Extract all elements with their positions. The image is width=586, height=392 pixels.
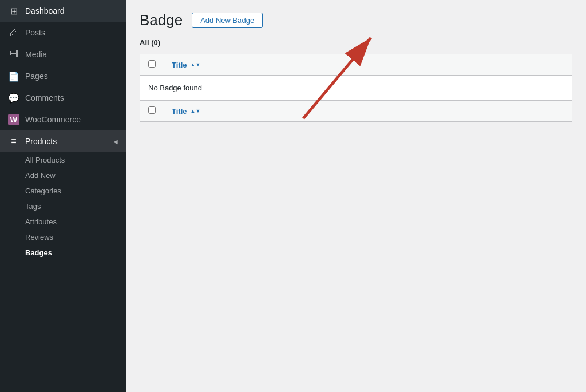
posts-icon: 🖊: [8, 27, 19, 38]
sidebar-item-comments[interactable]: 💬 Comments: [0, 87, 126, 109]
sort-arrows-footer-icon: ▲▼: [191, 109, 201, 114]
sidebar-item-label: Media: [25, 50, 47, 59]
submenu-item-badges[interactable]: Badges: [0, 245, 126, 260]
submenu-item-add-new[interactable]: Add New: [0, 168, 126, 183]
submenu-item-reviews[interactable]: Reviews: [0, 229, 126, 245]
filter-all-label: All: [140, 38, 149, 47]
title-sort-button[interactable]: Title ▲▼: [172, 61, 564, 69]
sidebar-item-products[interactable]: ≡ Products ◀: [0, 130, 126, 152]
page-title: Badge: [140, 11, 183, 29]
woocommerce-icon: W: [8, 114, 19, 125]
filter-bar: All (0): [140, 38, 572, 47]
submenu-item-categories[interactable]: Categories: [0, 183, 126, 199]
sidebar: ⊞ Dashboard 🖊 Posts 🎞 Media 📄 Pages 💬 Co…: [0, 0, 126, 392]
select-all-checkbox[interactable]: [148, 60, 156, 68]
page-header: Badge Add New Badge: [140, 11, 572, 29]
sidebar-item-posts[interactable]: 🖊 Posts: [0, 22, 126, 43]
no-items-text: No Badge found: [140, 76, 572, 101]
submenu-item-attributes[interactable]: Attributes: [0, 214, 126, 229]
sidebar-item-label: Pages: [25, 72, 48, 81]
submenu-item-tags[interactable]: Tags: [0, 199, 126, 214]
title-column-header[interactable]: Title ▲▼: [164, 54, 572, 76]
sidebar-item-label: WooCommerce: [25, 115, 81, 124]
pages-icon: 📄: [8, 70, 19, 82]
no-items-row: No Badge found: [140, 76, 572, 101]
filter-all-link[interactable]: All (0): [140, 38, 160, 47]
sidebar-item-woocommerce[interactable]: W WooCommerce: [0, 109, 126, 130]
sidebar-item-label: Dashboard: [25, 6, 65, 15]
submenu-item-all-products[interactable]: All Products: [0, 152, 126, 168]
checkbox-footer: [140, 101, 164, 122]
title-label: Title: [172, 61, 187, 69]
products-collapse-icon: ◀: [113, 138, 118, 145]
sidebar-item-label: Comments: [25, 93, 64, 102]
sidebar-item-label: Products: [25, 137, 57, 146]
title-footer-sort-button[interactable]: Title ▲▼: [172, 107, 564, 116]
sidebar-item-pages[interactable]: 📄 Pages: [0, 65, 126, 87]
select-all-footer-checkbox[interactable]: [148, 106, 156, 114]
sort-arrows-icon: ▲▼: [191, 62, 201, 68]
filter-all-count: (0): [151, 38, 160, 47]
sidebar-item-label: Posts: [25, 28, 45, 37]
products-icon: ≡: [8, 136, 19, 147]
sidebar-item-dashboard[interactable]: ⊞ Dashboard: [0, 0, 126, 22]
comments-icon: 💬: [8, 92, 19, 104]
title-footer-label: Title: [172, 107, 187, 116]
main-content: Badge Add New Badge All (0) Title ▲▼: [126, 0, 586, 392]
sidebar-item-media[interactable]: 🎞 Media: [0, 43, 126, 65]
add-new-badge-button[interactable]: Add New Badge: [192, 13, 263, 28]
title-footer-header[interactable]: Title ▲▼: [164, 101, 572, 122]
dashboard-icon: ⊞: [8, 5, 19, 17]
media-icon: 🎞: [8, 49, 19, 60]
checkbox-header: [140, 54, 164, 76]
badges-table: Title ▲▼ No Badge found Title ▲▼: [140, 54, 572, 122]
